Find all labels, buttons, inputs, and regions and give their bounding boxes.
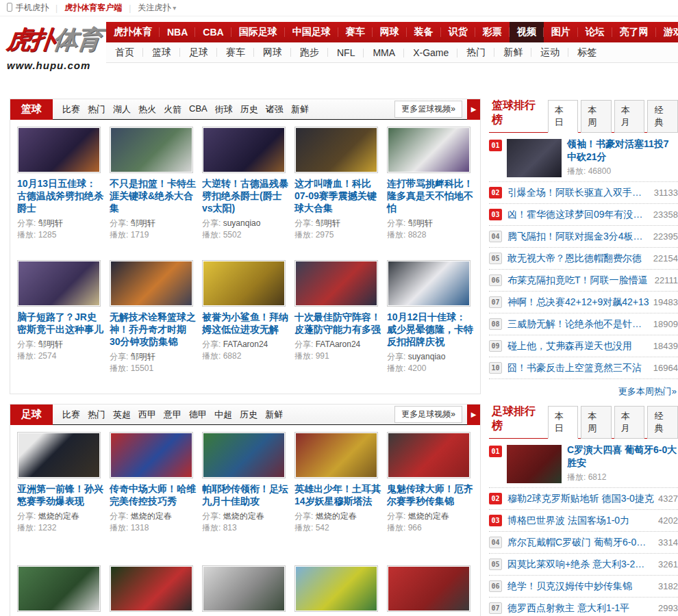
nav-cba[interactable]: CBA bbox=[195, 22, 231, 42]
video-title[interactable]: 帕耶秒传领衔！足坛九月十佳助攻 bbox=[202, 483, 288, 507]
client-link[interactable]: 虎扑体育客户端 bbox=[64, 2, 122, 14]
video-title[interactable]: 传奇中场大师！哈维完美传控技巧秀 bbox=[110, 483, 196, 507]
video-thumbnail[interactable] bbox=[110, 565, 193, 612]
video-thumbnail[interactable] bbox=[17, 260, 101, 307]
subnav-nfl[interactable]: NFL bbox=[328, 47, 364, 58]
nav-video-active[interactable]: 视频 bbox=[510, 22, 544, 42]
nav-china-football[interactable]: 中国足球 bbox=[285, 22, 338, 42]
bb-tab-heat[interactable]: 热火 bbox=[138, 103, 156, 116]
video-thumbnail[interactable] bbox=[294, 432, 378, 478]
nav-liangle[interactable]: 亮了网 bbox=[612, 22, 656, 42]
fb-tab-csl[interactable]: 中超 bbox=[214, 409, 232, 421]
ranking-top-item[interactable]: 01 C罗演大四喜 葡萄牙6-0大胜安 播放: 6812 bbox=[489, 439, 678, 488]
subnav-xgame[interactable]: X-Game bbox=[404, 47, 457, 58]
video-title[interactable]: 十次最佳防守阵容！皮蓬防守能力有多强 bbox=[294, 311, 381, 335]
ranking-item-title[interactable]: 敢无视大帝？恩比德帽翻费尔德 bbox=[507, 252, 649, 265]
bb-rank-tab-week[interactable]: 本周 bbox=[581, 100, 612, 133]
bb-tab-rockets[interactable]: 火箭 bbox=[164, 103, 181, 116]
bb-tab-matches[interactable]: 比赛 bbox=[62, 103, 80, 116]
video-thumbnail[interactable] bbox=[202, 260, 286, 307]
nav-nba[interactable]: NBA bbox=[160, 22, 195, 42]
subnav-mma[interactable]: MMA bbox=[364, 47, 404, 58]
ranking-item[interactable]: 03凶！霍华德这球梦回09年有没有？23358 bbox=[489, 204, 678, 226]
nav-games[interactable]: 游戏 bbox=[656, 22, 678, 42]
video-thumbnail[interactable] bbox=[202, 565, 286, 612]
video-thumbnail[interactable] bbox=[17, 432, 101, 478]
ranking-item-title[interactable]: 三威胁无解！论绝杀他不是针对谁 bbox=[507, 318, 649, 331]
video-title[interactable]: 亚洲第一前锋！孙兴慜赛季劲爆表现 bbox=[17, 483, 103, 507]
video-thumbnail[interactable] bbox=[387, 260, 470, 307]
bb-rank-tab-classic[interactable]: 经典 bbox=[647, 100, 678, 133]
ranking-item[interactable]: 09碰上他，艾弗森再逆天也没用18439 bbox=[489, 335, 678, 357]
subnav-fresh[interactable]: 新鲜 bbox=[494, 47, 531, 59]
nav-racing[interactable]: 赛车 bbox=[338, 22, 373, 42]
fb-tab-matches[interactable]: 比赛 bbox=[62, 409, 80, 421]
ranking-item[interactable]: 04席尔瓦戴帽C罗破门 葡萄牙6-0狂胜3314 bbox=[489, 532, 678, 554]
ranking-item-title[interactable]: 因莫比莱双响+绝杀 意大利3-2险胜 bbox=[507, 558, 654, 571]
video-title[interactable]: 英雄出少年！土耳其14岁妖星穆斯塔法 bbox=[294, 483, 381, 507]
video-title[interactable]: 10月12日十佳球：威少晃晕德隆，卡特反扣招牌庆祝 bbox=[387, 311, 473, 348]
fb-tab-seriea[interactable]: 意甲 bbox=[164, 409, 181, 421]
ranking-item-title[interactable]: 席尔瓦戴帽C罗破门 葡萄牙6-0狂胜 bbox=[507, 536, 654, 549]
nav-forum[interactable]: 论坛 bbox=[578, 22, 612, 42]
bb-tab-hot[interactable]: 热门 bbox=[88, 103, 105, 116]
more-arrow-icon[interactable] bbox=[467, 99, 480, 120]
subnav-home[interactable]: 首页 bbox=[106, 47, 143, 59]
fb-rank-tab-month[interactable]: 本月 bbox=[614, 406, 645, 439]
ranking-top-item[interactable]: 01 领袖！书豪对活塞11投7中砍21分 播放: 46800 bbox=[489, 133, 678, 182]
video-title[interactable]: 这才叫嗜血！科比07-09赛季震撼关键球大合集 bbox=[294, 177, 381, 214]
fb-tab-history[interactable]: 历史 bbox=[240, 409, 258, 421]
subnav-racing[interactable]: 赛车 bbox=[217, 47, 254, 59]
video-thumbnail[interactable] bbox=[294, 127, 378, 173]
video-thumbnail[interactable] bbox=[110, 127, 193, 173]
ranking-item[interactable]: 10囧！书豪反击上空篮竟然三不沾16964 bbox=[489, 357, 678, 379]
ranking-item-title[interactable]: 引爆全场！阿联长驱直入双手隔扣 bbox=[507, 186, 650, 199]
ranking-item-title[interactable]: 绝学！贝克汉姆传中妙传集锦 bbox=[507, 580, 654, 593]
ranking-item[interactable]: 04腾飞隔扣！阿联对掘金3分4板表现22395 bbox=[489, 226, 678, 248]
fb-tab-bundesliga[interactable]: 德甲 bbox=[189, 409, 207, 421]
video-title[interactable]: 连打带骂挑衅科比！隆多真是天不怕地不怕 bbox=[387, 177, 473, 214]
ranking-item[interactable]: 06绝学！贝克汉姆传中妙传集锦3182 bbox=[489, 576, 678, 598]
nav-pictures[interactable]: 图片 bbox=[544, 22, 578, 42]
subnav-tags[interactable]: 标签 bbox=[568, 47, 605, 59]
ranking-top-title[interactable]: 领袖！书豪对活塞11投7中砍21分 bbox=[567, 138, 678, 164]
ranking-item[interactable]: 05敢无视大帝？恩比德帽翻费尔德22154 bbox=[489, 248, 678, 270]
bb-tab-history[interactable]: 历史 bbox=[240, 103, 258, 116]
bb-rank-tab-today[interactable]: 本日 bbox=[548, 100, 579, 133]
video-thumbnail[interactable] bbox=[294, 260, 378, 307]
subnav-running[interactable]: 跑步 bbox=[291, 47, 328, 59]
video-thumbnail[interactable] bbox=[17, 127, 101, 173]
video-title[interactable]: 不只是扣篮！卡特生涯关键球&绝杀大合集 bbox=[110, 177, 196, 214]
ranking-item[interactable]: 02穆勒2球克罗斯贴地斩 德国3-0捷克4327 bbox=[489, 488, 678, 510]
site-logo[interactable]: 虎扑体育 www.hupu.com bbox=[7, 23, 106, 71]
video-thumbnail[interactable] bbox=[110, 432, 193, 478]
video-thumbnail[interactable] bbox=[202, 432, 286, 478]
ranking-item[interactable]: 02引爆全场！阿联长驱直入双手隔扣31133 bbox=[489, 182, 678, 204]
bb-tab-teams[interactable]: 诸强 bbox=[266, 103, 284, 116]
fb-rank-tab-classic[interactable]: 经典 bbox=[647, 406, 678, 439]
fb-tab-hot[interactable]: 热门 bbox=[88, 409, 105, 421]
video-thumbnail[interactable] bbox=[387, 432, 470, 478]
ranking-item[interactable]: 06布莱克隔扣竟吃T！阿联一脸懵逼22111 bbox=[489, 270, 678, 292]
ranking-top-title[interactable]: C罗演大四喜 葡萄牙6-0大胜安 bbox=[567, 444, 678, 470]
ranking-item-title[interactable]: 德罗西点射救主 意大利1-1平 bbox=[507, 602, 654, 615]
ranking-item[interactable]: 07德罗西点射救主 意大利1-1平2993 bbox=[489, 598, 678, 616]
fb-tab-laliga[interactable]: 西甲 bbox=[138, 409, 156, 421]
nav-hupu-sports[interactable]: 虎扑体育 bbox=[106, 22, 160, 42]
video-title[interactable]: 鬼魅传球大师！厄齐尔赛季秒传集锦 bbox=[387, 483, 473, 507]
subnav-basketball[interactable]: 篮球 bbox=[143, 47, 180, 59]
nav-intl-football[interactable]: 国际足球 bbox=[231, 22, 285, 42]
fb-rank-tab-week[interactable]: 本周 bbox=[581, 406, 612, 439]
subnav-football[interactable]: 足球 bbox=[180, 47, 217, 59]
ranking-item[interactable]: 08三威胁无解！论绝杀他不是针对谁18909 bbox=[489, 313, 678, 335]
video-thumbnail[interactable] bbox=[387, 565, 470, 612]
video-thumbnail[interactable] bbox=[294, 565, 378, 612]
fb-tab-epl[interactable]: 英超 bbox=[113, 409, 131, 421]
video-thumbnail[interactable] bbox=[202, 127, 286, 173]
ranking-item-title[interactable]: 腾飞隔扣！阿联对掘金3分4板表现 bbox=[507, 230, 649, 243]
ranking-item[interactable]: 03博格巴世界波 法国客场1-0力4202 bbox=[489, 510, 678, 532]
bb-tab-streetball[interactable]: 街球 bbox=[215, 103, 233, 116]
ranking-thumbnail[interactable] bbox=[507, 139, 562, 177]
ranking-item[interactable]: 07神啊！总决赛42+12+9对飙42+1319483 bbox=[489, 292, 678, 313]
more-arrow-icon[interactable] bbox=[467, 405, 480, 425]
